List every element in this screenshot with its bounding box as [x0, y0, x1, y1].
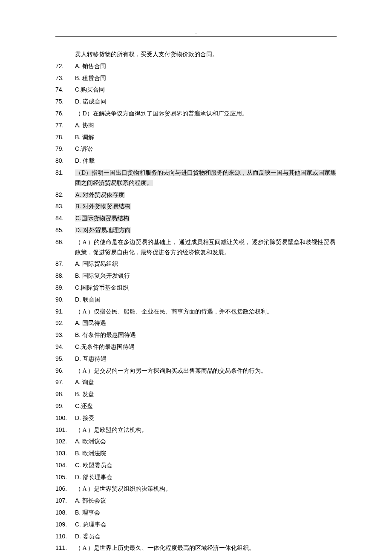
- item-number: 103.: [55, 449, 75, 459]
- item-text: （ A ）是交易的一方向另一方探询购买或出售某商品的交易条件的行为。: [75, 366, 337, 376]
- list-item: 106.（ A ）是世界贸易组织的决策机构。: [55, 484, 337, 494]
- item-text: B. 有条件的最惠国待遇: [75, 330, 337, 340]
- item-text: C.无条件的最惠国待遇: [75, 342, 337, 352]
- option-text: 部长会议: [81, 497, 106, 504]
- item-text: （ A ）是欧盟的立法机构。: [75, 425, 337, 435]
- item-number: 79.: [55, 144, 75, 154]
- option-letter: C.: [75, 284, 81, 291]
- option-letter: B.: [75, 203, 81, 210]
- list-item: 94.C.无条件的最惠国待遇: [55, 342, 337, 352]
- option-letter: D.: [75, 296, 81, 303]
- option-text: 总理事会: [81, 521, 107, 528]
- option-letter: A.: [75, 122, 81, 129]
- option-letter: B.: [75, 450, 81, 457]
- item-text: D. 诺成合同: [75, 97, 337, 107]
- item-text: （ A ）仅指公民、船舶、企业在民、商事方面的待遇，并不包括政治权利。: [75, 307, 337, 317]
- list-item: 74.C.购买合同: [55, 85, 337, 95]
- option-text: 询盘: [81, 379, 94, 385]
- item-text: （ D）在解决争议方面得到了国际贸易界的普遍承认和广泛应用。: [75, 109, 337, 119]
- option-letter: A.: [75, 438, 81, 445]
- item-number: 72.: [55, 61, 75, 72]
- item-text: B. 国际复兴开发银行: [75, 271, 337, 281]
- item-number: 81.: [55, 168, 75, 188]
- option-text: 国际货物贸易结构: [81, 215, 129, 221]
- item-number: 82.: [55, 190, 75, 200]
- item-number: 75.: [55, 97, 75, 107]
- list-item: 73.B. 租赁合同: [55, 73, 337, 83]
- document-page: . 卖人转移货物的所有权，买受人支付货物价款的合同。72.A. 销售合同73.B…: [0, 0, 392, 555]
- item-text: C.购买合同: [75, 85, 337, 95]
- option-letter: B.: [75, 75, 81, 81]
- option-text: 有条件的最惠国待遇: [81, 332, 136, 338]
- option-text: 委员会: [81, 533, 101, 540]
- item-text: D. 联合国: [75, 295, 337, 305]
- item-number: 85.: [55, 225, 75, 236]
- item-text: B. 调解: [75, 132, 337, 143]
- list-item: 72.A. 销售合同: [55, 61, 337, 72]
- option-letter: D.: [75, 414, 81, 421]
- option-text: 购买合同: [81, 86, 105, 93]
- option-text: 销售合同: [81, 63, 106, 69]
- option-text: （ A ）是欧盟的立法机构。: [75, 427, 147, 433]
- item-number: 97.: [55, 377, 75, 388]
- option-text: 理事会: [81, 509, 100, 516]
- option-text: 接受: [81, 415, 95, 421]
- item-text: C.诉讼: [75, 144, 337, 154]
- option-letter: C.: [75, 145, 81, 152]
- option-text: 仲裁: [81, 158, 95, 164]
- item-number: 95.: [55, 354, 75, 364]
- option-text: 对外贸易地理方向: [81, 227, 131, 233]
- list-item: 93.B. 有条件的最惠国待遇: [55, 330, 337, 340]
- item-number: 86.: [55, 237, 75, 258]
- item-number: 90.: [55, 295, 75, 305]
- list-item: 102.A. 欧洲议会: [55, 437, 337, 447]
- item-number: 107.: [55, 496, 75, 506]
- option-letter: A.: [75, 63, 81, 69]
- list-item: 88.B. 国际复兴开发银行: [55, 271, 337, 281]
- option-letter: A.: [75, 191, 81, 198]
- option-text: 部长理事会: [81, 474, 112, 480]
- option-letter: D.: [75, 227, 81, 233]
- option-text: 国际贸易组织: [81, 261, 118, 267]
- option-letter: C.: [75, 521, 81, 528]
- content-list: 卖人转移货物的所有权，买受人支付货物价款的合同。72.A. 销售合同73.B. …: [55, 49, 337, 555]
- option-text: （ A ）是世界贸易组织的决策机构。: [75, 486, 171, 492]
- item-text: C.国际货物贸易结构: [75, 213, 337, 224]
- list-item: 105.D. 部长理事会: [55, 472, 337, 483]
- item-number: 108.: [55, 508, 75, 518]
- item-text: D. 对外贸易地理方向: [75, 225, 337, 236]
- list-item: 90.D. 联合国: [55, 295, 337, 305]
- list-item: 79.C.诉讼: [55, 144, 337, 154]
- item-number: 84.: [55, 213, 75, 224]
- option-letter: A.: [75, 260, 81, 267]
- item-text: D. 部长理事会: [75, 472, 337, 483]
- option-letter: B.: [75, 391, 81, 397]
- list-item: 77.A. 协商: [55, 121, 337, 131]
- option-letter: D.: [75, 98, 81, 105]
- list-item: 86.（ A ）的使命是在多边贸易的基础上， 通过成员相互间减让关税， 逐步消除…: [55, 237, 337, 258]
- item-number: 78.: [55, 132, 75, 143]
- header-rule: [55, 36, 337, 37]
- item-number: 99.: [55, 401, 75, 411]
- item-text: D. 仲裁: [75, 156, 337, 166]
- item-number: 105.: [55, 472, 75, 483]
- list-item: 99.C.还盘: [55, 401, 337, 411]
- option-letter: A.: [75, 379, 81, 385]
- item-text: （D）指明一国出口货物和服务的去向与进口货物和服务的来源，从而反映一国与其他国家…: [75, 168, 337, 188]
- option-text: （ A ）的使命是在多边贸易的基础上， 通过成员相互间减让关税， 逐步消除贸易壁…: [75, 239, 335, 256]
- option-text: 互惠待遇: [81, 356, 107, 362]
- option-text: 欧洲法院: [81, 450, 106, 457]
- item-number: 111.: [55, 543, 75, 553]
- item-text: D. 接受: [75, 413, 337, 423]
- option-letter: B.: [75, 134, 81, 141]
- option-text: 欧洲议会: [81, 438, 106, 445]
- list-item: 84.C.国际货物贸易结构: [55, 213, 337, 224]
- item-text: （ A ）的使命是在多边贸易的基础上， 通过成员相互间减让关税， 逐步消除贸易壁…: [75, 237, 337, 258]
- item-text: C. 欧盟委员会: [75, 460, 337, 471]
- item-number: 104.: [55, 460, 75, 471]
- option-letter: C.: [75, 462, 81, 469]
- item-text: D. 互惠待遇: [75, 354, 337, 364]
- item-number: 91.: [55, 307, 75, 317]
- item-number: 73.: [55, 73, 75, 83]
- list-item: 82.A. 对外贸易依存度: [55, 190, 337, 200]
